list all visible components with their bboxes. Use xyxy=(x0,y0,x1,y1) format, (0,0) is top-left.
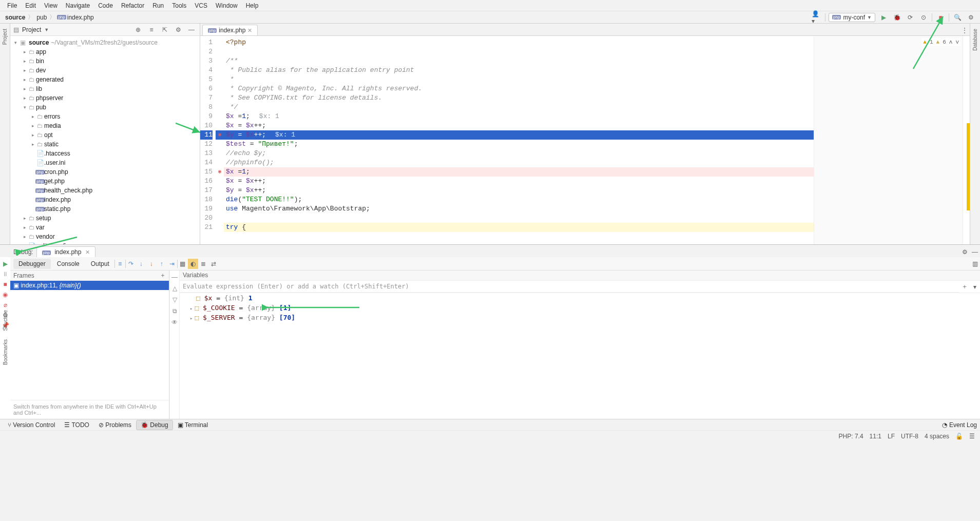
chevron-right-icon[interactable]: ▸ xyxy=(30,132,36,138)
tree-item[interactable]: php health_check.php xyxy=(10,186,200,195)
chevron-right-icon[interactable]: ▸ xyxy=(22,77,28,82)
menu-run[interactable]: Run xyxy=(148,1,168,10)
step-over-icon[interactable]: ↷ xyxy=(126,259,136,269)
editor-more-icon[interactable]: ⋮ xyxy=(959,25,970,35)
error-stripe[interactable] xyxy=(963,36,970,244)
trace-icon[interactable]: ◐ xyxy=(188,259,198,269)
code-line[interactable]: * See COPYING.txt for license details. xyxy=(224,93,814,103)
status-line-separator[interactable]: LF xyxy=(888,433,895,440)
gear-icon[interactable]: ⚙ xyxy=(173,25,183,35)
step-into-icon[interactable]: ↓ xyxy=(136,259,146,269)
filter-icon[interactable]: ⇄ xyxy=(208,259,219,269)
tree-item[interactable]: ▸🗀 app xyxy=(10,47,200,56)
code-line[interactable]: try { xyxy=(224,223,814,232)
inspection-widget[interactable]: ▲ 1 ▲ 6 ʌ v xyxy=(921,38,960,46)
debug-subtab-console[interactable]: Console xyxy=(52,259,85,269)
tree-item[interactable]: ▸🗀 media xyxy=(10,121,200,130)
tree-item[interactable]: ▸🗀 dev xyxy=(10,66,200,75)
copy-icon[interactable]: ⧉ xyxy=(172,307,177,315)
chevron-right-icon[interactable]: ▸ xyxy=(22,49,28,54)
tree-item[interactable]: ▸🗀 opt xyxy=(10,130,200,140)
readonly-icon[interactable]: 🔓 xyxy=(955,433,963,440)
breakpoint-icon[interactable]: ◉ xyxy=(216,130,224,140)
tree-item[interactable]: ▸🗀 setup xyxy=(10,214,200,223)
code-line[interactable]: $x =1;$x: 1 xyxy=(224,112,814,121)
code-line[interactable]: $x = $x++; xyxy=(224,121,814,130)
tree-root[interactable]: ▾ ▣ source ~/Vagrant_VMs/m2fresh2/guest/… xyxy=(10,38,200,47)
tree-item[interactable]: php cron.php xyxy=(10,167,200,177)
editor-tab[interactable]: php index.php ✕ xyxy=(202,25,258,35)
tree-item[interactable]: ▸🗀 generated xyxy=(10,75,200,84)
chevron-right-icon[interactable]: ▸ xyxy=(190,316,195,321)
chevron-right-icon[interactable]: ▸ xyxy=(22,225,28,230)
code-line[interactable]: use Magento\Framework\App\Bootstrap; xyxy=(224,204,814,214)
project-tree[interactable]: ▾ ▣ source ~/Vagrant_VMs/m2fresh2/guest/… xyxy=(10,36,200,244)
debug-subtab-output[interactable]: Output xyxy=(86,259,114,269)
chevron-down-icon[interactable]: ▾ xyxy=(22,105,28,110)
debug-button[interactable]: 🐞 xyxy=(892,12,902,23)
code-line[interactable]: /** xyxy=(224,56,814,66)
breakpoint-gutter[interactable]: ◉◉ xyxy=(216,36,224,244)
force-step-into-icon[interactable]: ↓ xyxy=(146,259,157,269)
menu-code[interactable]: Code xyxy=(94,1,117,10)
variables-pane[interactable]: Variables Evaluate expression (Enter) or… xyxy=(180,271,980,419)
status-position[interactable]: 11:1 xyxy=(870,433,881,440)
chevron-down-icon[interactable]: ▼ xyxy=(44,27,49,32)
step-out-icon[interactable]: ↑ xyxy=(157,259,167,269)
chevron-right-icon[interactable]: ▸ xyxy=(22,95,28,101)
chevron-right-icon[interactable]: ▸ xyxy=(22,59,28,64)
tool-button-bookmarks[interactable]: Bookmarks xyxy=(3,337,8,367)
layout-icon[interactable]: ▥ xyxy=(970,259,980,269)
settings-icon[interactable]: ⚙ xyxy=(966,12,976,23)
code-line[interactable]: * xyxy=(224,75,814,84)
code-line[interactable]: $x = $x++; xyxy=(224,177,814,186)
breadcrumb-segment[interactable]: pub xyxy=(35,14,48,21)
chevron-right-icon[interactable]: ▸ xyxy=(30,114,36,119)
status-php[interactable]: PHP: 7.4 xyxy=(839,433,863,440)
tree-item[interactable]: 📄 .user.ini xyxy=(10,158,200,167)
code-line[interactable] xyxy=(224,47,814,56)
bottom-tool-version-control[interactable]: ⑂ Version Control xyxy=(3,420,60,430)
tool-button-database[interactable]: Database xyxy=(972,27,978,53)
chevron-down-icon[interactable]: ▾ xyxy=(12,40,18,45)
stop-button[interactable]: ■ xyxy=(935,12,946,23)
menu-file[interactable]: File xyxy=(3,1,21,10)
menu-vcs[interactable]: VCS xyxy=(190,1,212,10)
code-line[interactable]: */ xyxy=(224,103,814,112)
code-line[interactable]: * Copyright © Magento, Inc. All rights r… xyxy=(224,84,814,93)
chevron-right-icon[interactable]: ▸ xyxy=(22,86,28,91)
hide-icon[interactable]: — xyxy=(970,247,980,257)
run-button[interactable]: ▶ xyxy=(878,12,889,23)
code-line[interactable]: //echo $y; xyxy=(224,149,814,158)
tool-button-project[interactable]: Project xyxy=(2,27,8,47)
stack-frame[interactable]: ▣ index.php:11, {main}() xyxy=(10,281,169,290)
bottom-tool-terminal[interactable]: ▣ Terminal xyxy=(173,420,213,430)
chevron-right-icon[interactable]: ▸ xyxy=(30,123,36,128)
breadcrumb-segment[interactable]: source xyxy=(4,14,26,21)
chevron-right-icon[interactable]: ▸ xyxy=(22,216,28,221)
show-execution-point-icon[interactable]: ≡ xyxy=(115,259,125,269)
coverage-button[interactable]: ⟳ xyxy=(905,12,915,23)
code-line[interactable]: $test = "Привет!"; xyxy=(224,140,814,149)
frames-pane[interactable]: Frames ＋ ▣ index.php:11, {main}() Switch… xyxy=(10,271,169,419)
menu-edit[interactable]: Edit xyxy=(21,1,40,10)
code-line[interactable]: $x =1; xyxy=(224,167,814,177)
editor[interactable]: 123456789101112131415161718192021 ◉◉ <?p… xyxy=(200,36,970,244)
tree-item[interactable]: php get.php xyxy=(10,177,200,186)
code-line[interactable]: $y = $x++;$x: 1 xyxy=(224,130,814,140)
variable-row[interactable]: ⬚ $x = {int} 1 xyxy=(180,293,980,303)
profile-button[interactable]: ⊙ xyxy=(918,12,929,23)
code-line[interactable]: * Public alias for the application entry… xyxy=(224,66,814,75)
tree-item[interactable]: ▸🗀 phpserver xyxy=(10,93,200,103)
mute-breakpoints-icon[interactable]: ⌀ xyxy=(4,301,7,308)
nav-up-icon[interactable]: △ xyxy=(172,285,177,292)
variable-row[interactable]: ▸⬚ $_SERVER = {array} [70] xyxy=(180,313,980,322)
run-config-selector[interactable]: php my-conf ▼ xyxy=(829,13,875,22)
code-line[interactable]: <?php xyxy=(224,38,814,47)
menu-window[interactable]: Window xyxy=(212,1,242,10)
expand-all-icon[interactable]: ≡ xyxy=(146,25,157,35)
close-tab-icon[interactable]: ✕ xyxy=(85,249,90,255)
code-area[interactable]: <?php/** * Public alias for the applicat… xyxy=(224,36,814,244)
hide-icon[interactable]: — xyxy=(186,25,197,35)
event-log-button[interactable]: Event Log xyxy=(949,421,977,429)
